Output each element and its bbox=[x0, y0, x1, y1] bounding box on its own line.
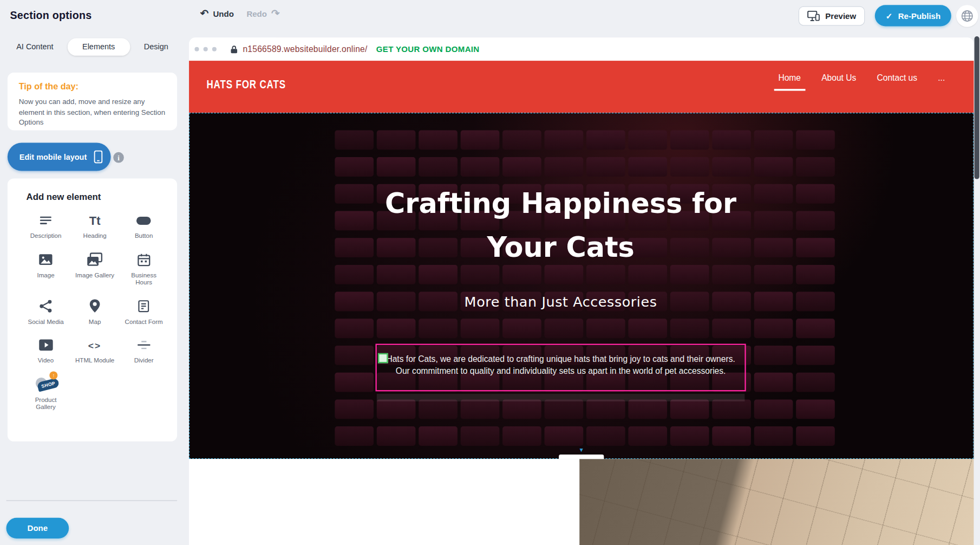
element-label: Image bbox=[26, 271, 66, 278]
hero-tile bbox=[628, 426, 667, 446]
republish-button[interactable]: ✓ Re-Publish bbox=[875, 5, 951, 26]
element-label: Contact Form bbox=[124, 318, 164, 325]
hero-tile bbox=[545, 426, 584, 446]
hero-tile bbox=[712, 399, 751, 419]
hero-tile bbox=[586, 426, 625, 446]
hero-tile bbox=[377, 130, 416, 150]
hero-tile bbox=[586, 319, 625, 338]
get-domain-link[interactable]: GET YOUR OWN DOMAIN bbox=[376, 44, 480, 54]
business-hours-icon bbox=[137, 251, 151, 268]
done-button[interactable]: Done bbox=[6, 518, 69, 538]
element-description[interactable]: Description bbox=[23, 212, 68, 239]
hero-section[interactable]: Crafting Happiness for Your Cats More th… bbox=[189, 113, 974, 459]
scrollbar-thumb[interactable] bbox=[975, 36, 979, 179]
element-grid: Description Tt Heading Button Image bbox=[21, 212, 168, 411]
heading-icon: Tt bbox=[89, 212, 101, 229]
element-contact-form[interactable]: Contact Form bbox=[121, 298, 166, 325]
nav-contact-us[interactable]: Contact us bbox=[877, 72, 917, 96]
site-url: n1566589.websitebuilder.online/ bbox=[243, 44, 367, 54]
hero-tile bbox=[796, 426, 835, 446]
redo-button[interactable]: Redo ↷ bbox=[246, 9, 279, 18]
tab-design[interactable]: Design bbox=[140, 38, 172, 56]
element-resize-handle[interactable] bbox=[378, 353, 388, 363]
hero-headline[interactable]: Crafting Happiness for Your Cats bbox=[189, 181, 932, 269]
element-business-hours[interactable]: Business Hours bbox=[121, 251, 166, 286]
nav-more[interactable]: ... bbox=[938, 72, 945, 96]
hero-tile bbox=[754, 130, 793, 150]
hero-tile bbox=[670, 157, 709, 177]
hero-tile bbox=[377, 157, 416, 177]
element-product-gallery[interactable]: SHOP ↑ Product Gallery bbox=[23, 376, 68, 411]
hero-tile bbox=[754, 346, 793, 365]
tab-elements[interactable]: Elements bbox=[67, 38, 130, 56]
hero-tile bbox=[670, 319, 709, 338]
element-label: Product Gallery bbox=[26, 396, 66, 411]
edit-mobile-layout-button[interactable]: Edit mobile layout bbox=[8, 143, 110, 171]
hero-tile bbox=[461, 130, 500, 150]
republish-label: Re-Publish bbox=[898, 11, 940, 20]
add-element-panel: Add new element Description Tt Heading B… bbox=[8, 178, 177, 441]
hero-tile bbox=[461, 399, 500, 419]
hero-tile bbox=[586, 157, 625, 177]
element-divider[interactable]: Divider bbox=[121, 337, 166, 364]
hero-subheadline[interactable]: More than Just Accessories bbox=[189, 294, 932, 310]
hero-tile bbox=[754, 319, 793, 338]
hero-tile bbox=[754, 373, 793, 392]
hero-tile bbox=[754, 426, 793, 446]
element-map[interactable]: Map bbox=[72, 298, 117, 325]
hero-tile bbox=[712, 130, 751, 150]
hero-tile bbox=[545, 399, 584, 419]
hero-tile bbox=[335, 319, 374, 338]
hero-tile bbox=[419, 157, 458, 177]
hero-paragraph[interactable]: Hats for Cats, we are dedicated to craft… bbox=[377, 345, 745, 390]
upgrade-badge-icon: ↑ bbox=[49, 371, 57, 379]
nav-home[interactable]: Home bbox=[778, 72, 801, 96]
next-section-content[interactable] bbox=[189, 459, 579, 545]
contact-form-icon bbox=[137, 298, 150, 314]
element-html-module[interactable]: <> HTML Module bbox=[72, 337, 117, 364]
hero-tile bbox=[335, 130, 374, 150]
hero-tile bbox=[419, 130, 458, 150]
undo-button[interactable]: ↶ Undo bbox=[200, 9, 234, 18]
selected-text-element[interactable]: Hats for Cats, we are dedicated to craft… bbox=[375, 344, 746, 392]
headline-line2: Your Cats bbox=[189, 225, 932, 269]
hero-tile bbox=[796, 157, 835, 177]
hero-tile bbox=[712, 157, 751, 177]
preview-button[interactable]: Preview bbox=[799, 7, 865, 26]
element-video[interactable]: Video bbox=[23, 337, 68, 364]
element-label: Video bbox=[26, 357, 66, 364]
sidebar-bottom-divider bbox=[6, 500, 178, 501]
site-header[interactable]: HATS FOR CATS Home About Us Contact us .… bbox=[189, 61, 974, 113]
image-gallery-icon bbox=[87, 251, 103, 268]
hero-tile bbox=[545, 319, 584, 338]
hero-tile bbox=[796, 346, 835, 365]
element-image[interactable]: Image bbox=[23, 251, 68, 286]
map-icon bbox=[89, 298, 101, 314]
nav-about-us[interactable]: About Us bbox=[821, 72, 856, 96]
next-section-image[interactable] bbox=[579, 459, 974, 545]
section-resize-handle[interactable]: ▼ ▲ bbox=[559, 455, 604, 459]
browser-chrome: n1566589.websitebuilder.online/ GET YOUR… bbox=[189, 37, 974, 61]
hero-tile bbox=[377, 319, 416, 338]
element-image-gallery[interactable]: Image Gallery bbox=[72, 251, 117, 286]
hero-tile bbox=[754, 399, 793, 419]
add-element-title: Add new element bbox=[27, 192, 178, 202]
hero-tile bbox=[502, 157, 541, 177]
hero-tile bbox=[586, 399, 625, 419]
element-label: Heading bbox=[75, 232, 115, 239]
tab-ai-content[interactable]: AI Content bbox=[12, 38, 57, 56]
info-icon[interactable]: i bbox=[113, 152, 124, 163]
text-ghost-bar bbox=[377, 394, 745, 401]
hero-tile bbox=[502, 319, 541, 338]
product-gallery-icon: SHOP ↑ bbox=[36, 376, 55, 392]
site-nav: Home About Us Contact us ... bbox=[778, 72, 945, 96]
hero-tile bbox=[754, 157, 793, 177]
language-globe-button[interactable] bbox=[956, 5, 978, 27]
site-logo[interactable]: HATS FOR CATS bbox=[206, 78, 286, 92]
element-social-media[interactable]: Social Media bbox=[23, 298, 68, 325]
hero-tile bbox=[461, 319, 500, 338]
element-heading[interactable]: Tt Heading bbox=[72, 212, 117, 239]
hero-tile bbox=[461, 157, 500, 177]
redo-label: Redo bbox=[246, 9, 267, 18]
element-button[interactable]: Button bbox=[121, 212, 166, 239]
